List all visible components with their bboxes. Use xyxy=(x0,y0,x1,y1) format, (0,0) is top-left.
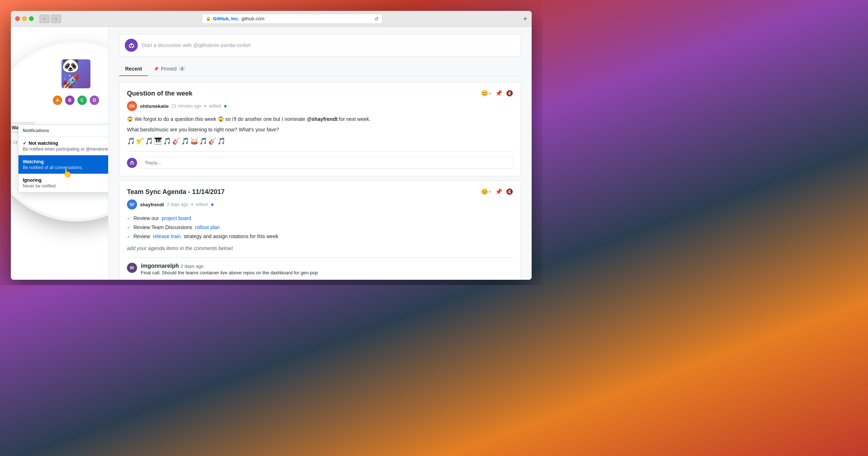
minimize-button[interactable] xyxy=(22,16,27,21)
start-discussion-bar[interactable]: 🐼 Start a discussion with @github/ee-pan… xyxy=(119,34,521,56)
card-1-reply-area: 🐼 xyxy=(127,151,513,169)
card-2-header: Team Sync Agenda - 11/14/2017 😊+ 📌 🔇 xyxy=(127,188,513,196)
card-2-title: Team Sync Agenda - 11/14/2017 xyxy=(127,188,225,196)
mute-button-2[interactable]: 🔇 xyxy=(506,188,513,195)
tab-pinned[interactable]: 📌 Pinned 4 xyxy=(148,62,191,76)
user-avatar: 🐼 xyxy=(125,39,138,52)
browser-window: ‹ › 🔒 GitHub, Inc. github.com ↺ + xyxy=(11,11,532,280)
new-tab-button[interactable]: + xyxy=(523,15,527,22)
rollout-plan-link[interactable]: rollout plan xyxy=(195,224,220,231)
avatar-2: B xyxy=(64,95,75,106)
card-1-body-line2: What bands/music are you listening to ri… xyxy=(127,126,513,134)
sidebar: 🐼🚀 A B C xyxy=(11,27,109,280)
card-1-emojis: 🎵🎷🎵🎹🎵🎸🎵🥁🎵🎸🎵 xyxy=(127,136,513,146)
card-2-actions: 😊+ 📌 🔇 xyxy=(481,188,513,195)
fullscreen-button[interactable] xyxy=(29,16,34,21)
check-icon-1: ✓ xyxy=(127,215,131,222)
ignoring-title: Ignoring xyxy=(23,177,109,183)
comment-time: 2 days ago xyxy=(180,263,204,269)
project-board-link[interactable]: project board xyxy=(162,215,191,222)
card-1-edited-link[interactable]: ▾ xyxy=(224,103,227,110)
not-watching-desc: Be notified when participating or @menti… xyxy=(23,147,109,152)
tab-pinned-label: Pinned xyxy=(161,66,177,72)
card-2-author: shayfrendt xyxy=(140,202,164,207)
emoji-reaction-button-2[interactable]: 😊+ xyxy=(481,188,492,195)
discussion-card-2: Team Sync Agenda - 11/14/2017 😊+ 📌 🔇 SF … xyxy=(119,181,521,280)
avatar-1: A xyxy=(52,95,63,106)
dropdown-header: Notifications × xyxy=(18,125,109,137)
url-domain: github.com xyxy=(242,16,265,21)
discussion-card-1: Question of the week 😊+ 📌 🔇 OK ohitsmeka… xyxy=(119,82,521,176)
reply-input-1[interactable] xyxy=(141,157,513,169)
address-bar-container: 🔒 GitHub, Inc. github.com ↺ xyxy=(64,14,520,24)
watching-option[interactable]: Watching Be notified of all conversation… xyxy=(18,155,109,174)
avatar-4: D xyxy=(89,95,100,106)
ignoring-option[interactable]: Ignoring Never be notified. xyxy=(18,174,109,192)
mention-shayfrendt: @shayfrendt xyxy=(307,116,337,122)
notifications-dropdown: Notifications × ✓ Not watching Be notifi… xyxy=(18,124,109,193)
tab-recent[interactable]: Recent xyxy=(119,62,148,76)
address-bar[interactable]: 🔒 GitHub, Inc. github.com ↺ xyxy=(202,14,383,24)
card-2-checklist: ✓ Review our project board ✓ Review Team… xyxy=(127,214,513,241)
card-1-time: 21 minutes ago xyxy=(171,104,201,109)
pin-button-1[interactable]: 📌 xyxy=(495,90,502,97)
comment-author: imgonnarelph xyxy=(141,263,179,269)
url-company: GitHub, Inc. xyxy=(213,16,239,21)
watching-desc: Be notified of all conversations. xyxy=(23,165,109,170)
main-content: 🐼 Start a discussion with @github/ee-pan… xyxy=(109,27,532,280)
card-1-body-line1: 😱 We forgot to do a question this week 😱… xyxy=(127,115,513,123)
check-icon: ✓ xyxy=(23,141,26,146)
content-area: 🐼🚀 A B C xyxy=(11,27,532,280)
mute-button-1[interactable]: 🔇 xyxy=(506,90,513,97)
card-2-avatar: SF xyxy=(127,199,137,210)
close-button[interactable] xyxy=(15,16,20,21)
panda-rocket-icon: 🐼🚀 xyxy=(61,59,90,88)
not-watching-title: ✓ Not watching xyxy=(23,140,109,146)
back-button[interactable]: ‹ xyxy=(39,14,50,23)
check-icon-3: ✓ xyxy=(127,233,131,240)
card-2-comment: IR imgonnarelph 2 days ago Final call: S… xyxy=(127,257,513,275)
avatar-3: C xyxy=(77,95,88,106)
card-1-body: 😱 We forgot to do a question this week 😱… xyxy=(127,115,513,146)
card-1-author: ohitsmekatie xyxy=(140,104,169,109)
zoom-circle: 🐼🚀 A B C xyxy=(11,45,109,219)
comment-content: imgonnarelph 2 days ago Final call: Shou… xyxy=(141,263,318,275)
check-icon-2: ✓ xyxy=(127,224,131,231)
checklist-item-3: ✓ Review release train strategy and assi… xyxy=(127,232,513,241)
pin-icon: 📌 xyxy=(154,67,159,71)
reload-button[interactable]: ↺ xyxy=(374,16,379,22)
start-discussion-input[interactable]: Start a discussion with @github/ee-panda… xyxy=(141,42,515,48)
nav-buttons: ‹ › xyxy=(39,14,61,23)
watching-title: Watching xyxy=(23,159,109,164)
card-1-title: Question of the week xyxy=(127,90,192,97)
forward-button[interactable]: › xyxy=(51,14,61,23)
release-train-link[interactable]: release train xyxy=(153,233,181,240)
card-1-edited: edited xyxy=(209,104,221,109)
checklist-item-1: ✓ Review our project board xyxy=(127,214,513,223)
ignoring-desc: Never be notified. xyxy=(23,183,109,189)
card-1-meta: OK ohitsmekatie 21 minutes ago • edited … xyxy=(127,101,513,111)
card-2-edited-link[interactable]: ▾ xyxy=(211,201,214,208)
title-bar: ‹ › 🔒 GitHub, Inc. github.com ↺ + xyxy=(11,11,532,27)
card-2-body: ✓ Review our project board ✓ Review Team… xyxy=(127,214,513,252)
emoji-reaction-button-1[interactable]: 😊+ xyxy=(481,90,492,97)
lock-icon: 🔒 xyxy=(206,16,211,21)
traffic-lights xyxy=(15,16,34,21)
card-1-actions: 😊+ 📌 🔇 xyxy=(481,90,513,97)
card-2-edited: edited xyxy=(196,202,208,207)
pin-button-2[interactable]: 📌 xyxy=(495,188,502,195)
avatars-row: A B C D xyxy=(52,95,100,106)
tabs-bar: Recent 📌 Pinned 4 xyxy=(119,62,521,76)
comment-text: Final call: Should the teams container l… xyxy=(141,270,318,275)
card-1-avatar: OK xyxy=(127,101,137,111)
comment-avatar: IR xyxy=(127,263,137,273)
tab-recent-label: Recent xyxy=(125,66,142,72)
not-watching-option[interactable]: ✓ Not watching Be notified when particip… xyxy=(18,137,109,155)
pinned-count: 4 xyxy=(179,66,185,71)
card-1-header: Question of the week 😊+ 📌 🔇 xyxy=(127,90,513,97)
card-2-time: 2 days ago xyxy=(167,202,188,207)
sidebar-top: 🐼🚀 A B C xyxy=(11,27,108,190)
card-2-italic: add your agenda items in the comments be… xyxy=(127,245,513,252)
reply-avatar-1: 🐼 xyxy=(127,158,137,168)
discussions-area: 🐼 Start a discussion with @github/ee-pan… xyxy=(109,27,532,280)
